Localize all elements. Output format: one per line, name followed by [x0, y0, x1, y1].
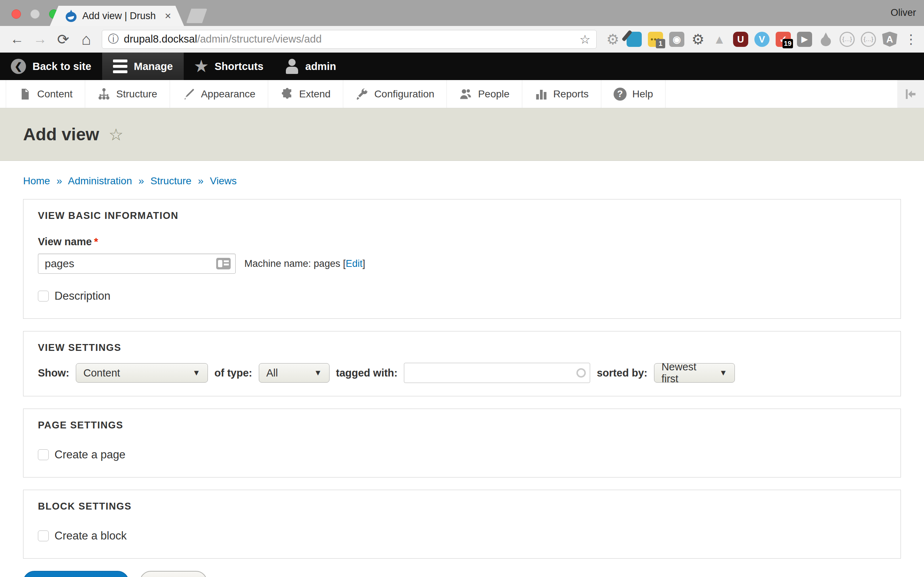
menu-label: Configuration: [374, 89, 435, 100]
create-page-checkbox[interactable]: [38, 449, 49, 460]
drupal-icon[interactable]: [818, 32, 834, 47]
section-heading: VIEW SETTINGS: [38, 342, 886, 353]
page-settings-fieldset: PAGE SETTINGS Create a page: [23, 409, 901, 477]
document-icon: [18, 88, 31, 101]
shortcuts-label: Shortcuts: [215, 61, 263, 73]
menu-item-extend[interactable]: Extend: [268, 80, 343, 108]
url-text[interactable]: drupal8.docksal/admin/structure/views/ad…: [124, 33, 321, 45]
breadcrumb-views[interactable]: Views: [210, 175, 237, 187]
home-button[interactable]: ⌂: [76, 29, 97, 50]
drive-icon[interactable]: ▲: [712, 32, 727, 47]
person-icon: [285, 59, 299, 74]
drupal-favicon-icon: [66, 10, 76, 22]
manage-tab[interactable]: Manage: [102, 53, 184, 80]
braces-icon-2[interactable]: {…}: [861, 32, 876, 47]
bar-chart-icon: [535, 88, 548, 101]
breadcrumb-home[interactable]: Home: [23, 175, 50, 187]
menu-label: Appearance: [201, 89, 255, 100]
back-button[interactable]: ←: [6, 29, 27, 50]
vimeo-icon[interactable]: V: [754, 32, 769, 47]
create-block-checkbox[interactable]: [38, 530, 49, 541]
traffic-lights: [11, 10, 58, 19]
back-chevron-icon: ❮: [11, 59, 26, 74]
favorite-star-icon[interactable]: ☆: [109, 125, 123, 144]
view-name-label: View name*: [38, 236, 886, 248]
of-type-select[interactable]: All ▼: [259, 363, 330, 383]
dark-cog-icon[interactable]: ⚙: [690, 32, 706, 47]
menu-item-reports[interactable]: Reports: [522, 80, 601, 108]
of-type-label: of type:: [215, 367, 252, 379]
machine-name-edit-link[interactable]: Edit: [346, 258, 363, 269]
shortcuts-tab[interactable]: ★ Shortcuts: [184, 53, 274, 80]
description-checkbox[interactable]: [38, 291, 49, 301]
breadcrumb-administration[interactable]: Administration: [68, 175, 132, 187]
todoist-icon[interactable]: ✓19: [775, 32, 791, 47]
bookmark-star-icon[interactable]: ☆: [580, 32, 591, 47]
ublock-icon[interactable]: U: [733, 32, 748, 47]
color-picker-icon[interactable]: [627, 32, 642, 47]
braces-icon[interactable]: {…}: [840, 32, 855, 47]
tagged-with-input[interactable]: [404, 363, 590, 383]
wrench-icon: [355, 88, 368, 101]
close-window-button[interactable]: [11, 10, 21, 19]
back-to-site-label: Back to site: [32, 61, 91, 73]
view-name-input[interactable]: [38, 253, 236, 274]
gear-icon[interactable]: ⚙: [605, 32, 620, 47]
view-basic-information-fieldset: VIEW BASIC INFORMATION View name* Machin…: [23, 199, 901, 319]
admin-user-label: admin: [305, 61, 336, 73]
drupal-admin-bar: ❮ Back to site Manage ★ Shortcuts admin: [0, 53, 924, 80]
page-title: Add view: [23, 124, 99, 144]
menu-item-appearance[interactable]: Appearance: [170, 80, 268, 108]
section-heading: VIEW BASIC INFORMATION: [38, 210, 886, 221]
collapse-left-icon: [903, 88, 918, 100]
main-content: Home » Administration » Structure » View…: [0, 175, 924, 577]
create-block-label: Create a block: [55, 529, 127, 542]
breadcrumb-structure[interactable]: Structure: [150, 175, 192, 187]
forward-button[interactable]: →: [30, 29, 50, 50]
address-bar[interactable]: ⓘ drupal8.docksal/admin/structure/views/…: [102, 30, 597, 49]
menu-item-people[interactable]: People: [447, 80, 522, 108]
description-label: Description: [55, 290, 110, 303]
angular-icon[interactable]: A: [882, 32, 897, 47]
menu-label: Content: [37, 89, 73, 100]
browser-menu-icon[interactable]: ⋮: [905, 32, 918, 47]
help-icon: ?: [614, 88, 627, 101]
menu-item-help[interactable]: ? Help: [601, 80, 666, 108]
toolbar-collapse-button[interactable]: [897, 80, 924, 108]
new-tab-button[interactable]: [186, 9, 207, 23]
show-label: Show:: [38, 367, 69, 379]
cancel-button[interactable]: Cancel: [140, 571, 207, 577]
browser-toolbar: ← → ⟳ ⌂ ⓘ drupal8.docksal/admin/structur…: [0, 26, 924, 53]
menu-label: Extend: [299, 89, 331, 100]
save-and-edit-button[interactable]: Save and edit: [23, 571, 129, 577]
page-header: Add view ☆: [0, 108, 924, 161]
machine-name-text: Machine name: pages [Edit]: [244, 258, 365, 269]
browser-tab[interactable]: Add view | Drush Site-Install ×: [50, 6, 184, 26]
breadcrumb: Home » Administration » Structure » View…: [23, 175, 901, 187]
sitemap-icon: [97, 88, 110, 101]
create-page-label: Create a page: [55, 448, 125, 461]
page-info-icon[interactable]: ⓘ: [108, 32, 119, 47]
menu-item-configuration[interactable]: Configuration: [343, 80, 447, 108]
admin-user-tab[interactable]: admin: [274, 53, 347, 80]
show-select[interactable]: Content ▼: [76, 363, 208, 383]
play-icon[interactable]: ▶: [797, 32, 812, 47]
section-heading: BLOCK SETTINGS: [38, 501, 886, 512]
tab-title: Add view | Drush Site-Install: [82, 10, 158, 22]
section-heading: PAGE SETTINGS: [38, 420, 886, 431]
form-actions: Save and edit Cancel: [23, 571, 901, 577]
reload-button[interactable]: ⟳: [53, 29, 74, 50]
machine-name-card-icon: [216, 258, 231, 269]
chevron-down-icon: ▼: [307, 368, 322, 377]
window-titlebar: Add view | Drush Site-Install × Oliver: [0, 0, 924, 26]
tab-close-icon[interactable]: ×: [165, 10, 171, 21]
breadcrumb-separator: »: [198, 175, 204, 187]
camera-icon[interactable]: ◉: [669, 32, 684, 47]
minimize-window-button[interactable]: [30, 10, 40, 19]
yellow-extension-icon[interactable]: •••1: [648, 32, 663, 47]
menu-label: Help: [632, 89, 653, 100]
back-to-site-link[interactable]: ❮ Back to site: [0, 53, 102, 80]
sorted-by-select[interactable]: Newest first ▼: [654, 363, 735, 383]
menu-item-structure[interactable]: Structure: [85, 80, 170, 108]
menu-item-content[interactable]: Content: [6, 80, 85, 108]
